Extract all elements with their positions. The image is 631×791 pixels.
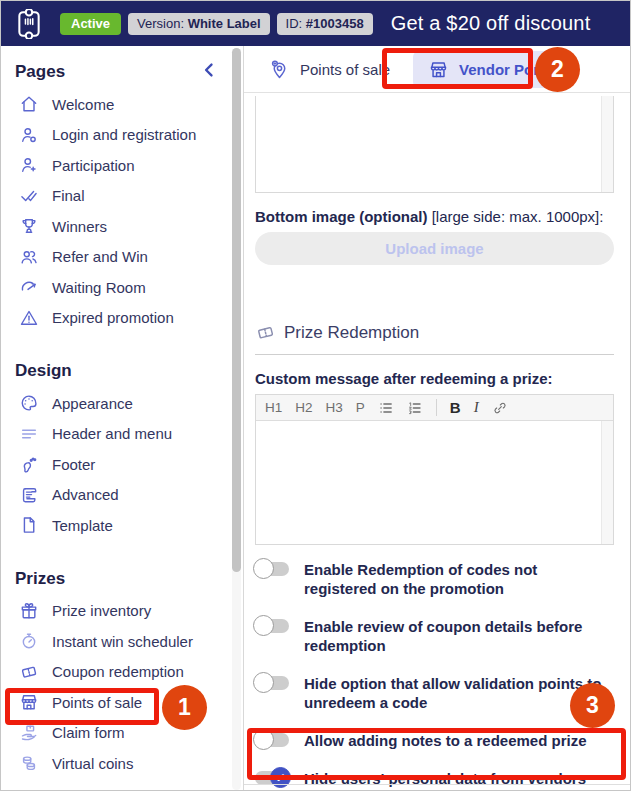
gift-icon [19, 601, 39, 621]
trophy-icon [19, 216, 39, 236]
toggle-row: ✓ Enable review of coupon details before… [255, 617, 614, 655]
sidebar-item-expired-promotion[interactable]: Expired promotion [1, 303, 243, 334]
paragraph-button[interactable]: P [356, 400, 365, 415]
numbered-list-icon[interactable] [407, 400, 423, 416]
menu-lines-icon [19, 424, 39, 444]
section-title: Design [15, 361, 243, 381]
sidebar-item-virtual-coins[interactable]: Virtual coins [1, 748, 243, 779]
prize-redemption-header: Prize Redemption [255, 322, 614, 355]
h2-button[interactable]: H2 [295, 400, 312, 415]
ticket-logo-icon[interactable] [14, 9, 44, 39]
sidebar-scrollbar-thumb[interactable] [232, 48, 241, 572]
sidebar-item-welcome[interactable]: Welcome [1, 89, 243, 120]
stopwatch-icon [19, 631, 39, 651]
sidebar-section-prizes: Prizes Prize inventory Instant win sched… [1, 569, 243, 779]
user-plus-icon [19, 155, 39, 175]
toggle-row: ✓ Hide option that allow validation poin… [255, 674, 614, 712]
sidebar-item-label: Waiting Room [52, 279, 146, 296]
sidebar-item-label: Advanced [52, 486, 119, 503]
sidebar-item-login-registration[interactable]: Login and registration [1, 120, 243, 151]
enable-unregistered-codes-toggle[interactable]: ✓ [255, 562, 289, 576]
sidebar-item-label: Appearance [52, 395, 133, 412]
sidebar-item-instant-win-scheduler[interactable]: Instant win scheduler [1, 626, 243, 657]
toggle-label: Enable Redemption of codes not registere… [304, 560, 614, 598]
h3-button[interactable]: H3 [326, 400, 343, 415]
sidebar-item-label: Claim form [52, 724, 125, 741]
sidebar-item-claim-form[interactable]: Claim form [1, 718, 243, 749]
sidebar-item-label: Participation [52, 157, 135, 174]
sidebar-item-label: Login and registration [52, 126, 196, 143]
sidebar-item-advanced[interactable]: Advanced [1, 480, 243, 511]
custom-message-label: Custom message after redeeming a prize: [255, 370, 614, 387]
warning-triangle-icon [19, 308, 39, 328]
sidebar-item-refer-and-win[interactable]: Refer and Win [1, 242, 243, 273]
tab-label: Vendor Portal [459, 61, 557, 78]
tab-points-of-sale[interactable]: Points of sale [254, 51, 405, 88]
id-badge: ID: #1003458 [277, 13, 373, 35]
sidebar-item-label: Prize inventory [52, 602, 151, 619]
sidebar-item-waiting-room[interactable]: Waiting Room [1, 272, 243, 303]
rich-text-editor: H1 H2 H3 P B I [255, 394, 614, 545]
sidebar-item-header-and-menu[interactable]: Header and menu [1, 419, 243, 450]
top-image-textarea[interactable] [255, 96, 614, 193]
document-icon [19, 515, 39, 535]
status-badge: Active [60, 13, 121, 35]
sidebar-item-label: Final [52, 187, 85, 204]
scroll-icon [19, 485, 39, 505]
sidebar-item-winners[interactable]: Winners [1, 211, 243, 242]
editor-toolbar: H1 H2 H3 P B I [256, 395, 613, 421]
italic-button[interactable]: I [474, 399, 479, 416]
hide-personal-data-toggle[interactable]: ✓ [255, 771, 289, 785]
toggle-row: ✓ Enable Redemption of codes not registe… [255, 560, 614, 598]
editor-textarea[interactable] [256, 421, 613, 544]
textarea-scrollbar[interactable] [601, 96, 613, 192]
sidebar-item-label: Refer and Win [52, 248, 148, 265]
palette-icon [19, 393, 39, 413]
sidebar-item-label: Winners [52, 218, 107, 235]
sidebar-item-points-of-sale[interactable]: Points of sale [1, 687, 243, 718]
app-window: Active Version: White Label ID: #1003458… [0, 0, 631, 791]
users-icon [19, 247, 39, 267]
sidebar-item-template[interactable]: Template [1, 510, 243, 541]
toggle-label: Enable review of coupon details before r… [304, 617, 614, 655]
sidebar-item-label: Template [52, 517, 113, 534]
sidebar-item-prize-inventory[interactable]: Prize inventory [1, 596, 243, 627]
bullet-list-icon[interactable] [378, 400, 394, 416]
footprint-icon [19, 454, 39, 474]
upload-image-button[interactable]: Upload image [255, 232, 614, 265]
map-pin-plus-icon [269, 59, 290, 80]
allow-notes-toggle[interactable]: ✓ [255, 733, 289, 747]
toolbar-divider [436, 399, 437, 416]
sidebar-item-label: Footer [52, 456, 95, 473]
sidebar-item-final[interactable]: Final [1, 181, 243, 212]
tab-vendor-portal[interactable]: Vendor Portal [413, 51, 572, 88]
sidebar-item-appearance[interactable]: Appearance [1, 388, 243, 419]
sidebar-section-pages: Pages Welcome Login and registration Par… [1, 62, 243, 333]
hide-unredeem-option-toggle[interactable]: ✓ [255, 676, 289, 690]
sidebar-item-label: Expired promotion [52, 309, 174, 326]
sidebar-item-label: Instant win scheduler [52, 633, 193, 650]
storefront-icon [428, 59, 449, 80]
home-icon [19, 94, 39, 114]
sidebar-section-design: Design Appearance Header and menu Footer… [1, 361, 243, 541]
sidebar-item-participation[interactable]: Participation [1, 150, 243, 181]
hand-box-icon [19, 723, 39, 743]
enable-coupon-review-toggle[interactable]: ✓ [255, 619, 289, 633]
toggle-label: Hide users' personal data from vendors w… [304, 769, 614, 791]
sidebar-item-coupon-redemption[interactable]: Coupon redemption [1, 657, 243, 688]
bold-button[interactable]: B [450, 399, 461, 416]
sidebar-item-footer[interactable]: Footer [1, 449, 243, 480]
storefront-icon [19, 692, 39, 712]
main-panel: Points of sale Vendor Portal Bottom imag… [244, 46, 630, 791]
tab-bar: Points of sale Vendor Portal [244, 46, 630, 93]
link-icon[interactable] [492, 400, 508, 416]
coupon-icon [19, 662, 39, 682]
editor-scrollbar[interactable] [601, 421, 613, 544]
section-title: Prizes [15, 569, 243, 589]
section-title: Prize Redemption [284, 323, 419, 343]
chevron-left-icon[interactable] [199, 60, 219, 80]
version-badge: Version: White Label [128, 13, 270, 35]
coupon-icon [255, 322, 276, 343]
h1-button[interactable]: H1 [265, 400, 282, 415]
toggle-row: ✓ Allow adding notes to a redeemed prize [255, 731, 614, 750]
